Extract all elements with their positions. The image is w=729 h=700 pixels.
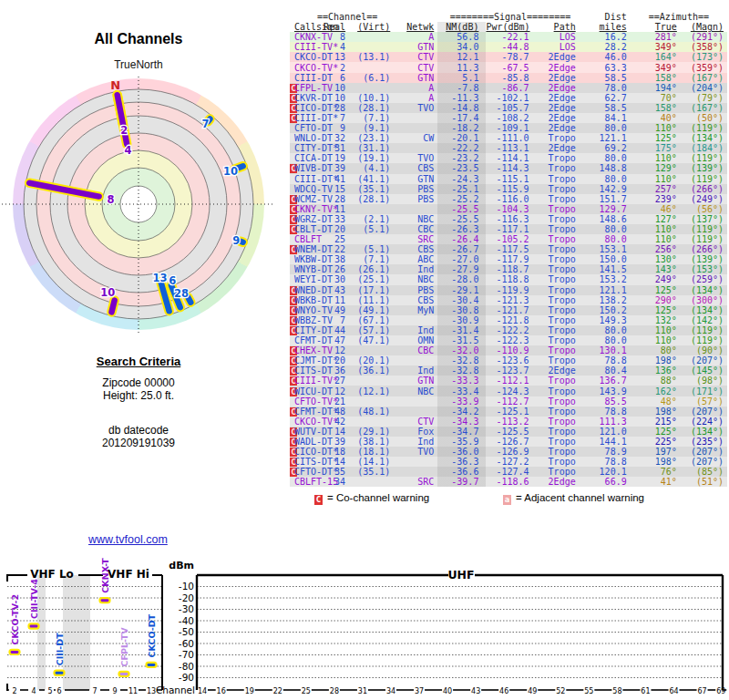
tvfool-link[interactable]: www.tvfool.com	[88, 533, 168, 546]
cell-virtual-channel: (67.1)	[347, 315, 395, 325]
spectrum-marker-label: CIII-DT	[55, 633, 65, 665]
cell-pwr-dbm: -114.1	[486, 153, 534, 163]
cell-magnetic-azimuth: (119°)	[679, 153, 727, 163]
axis-label: 34	[386, 687, 395, 695]
column-header-cell: NM(dB)	[437, 22, 486, 32]
table-row: CKCO-DT13(13.1)CTV12.1-78.72Edge46.0164°…	[290, 52, 727, 62]
cell-magnetic-azimuth: (171°)	[679, 386, 727, 396]
cell-nm-db: -25.2	[437, 194, 486, 204]
cell-callsign: WBKB-DT	[294, 295, 299, 305]
table-row: CWGRZ-DT33(2.1)NBC-25.5-116.3Tropo148.61…	[290, 214, 727, 224]
cell-virtual-channel: (2.1)	[347, 214, 395, 224]
cell-pwr-dbm: -114.3	[486, 163, 534, 173]
cell-dist-miles: 121.1	[583, 285, 631, 295]
radar-channel-label: 6	[169, 274, 176, 287]
cell-pwr-dbm: -110.9	[486, 345, 534, 355]
cell-callsign: WEYI-DT	[294, 274, 299, 284]
cell-callsign: WIVB-DT	[294, 163, 299, 173]
cell-pwr-dbm: -126.7	[486, 437, 534, 447]
cell-magnetic-azimuth: (51°)	[679, 477, 727, 487]
cell-nm-db: -17.4	[437, 113, 486, 123]
axis-label: UHF	[447, 568, 474, 582]
table-row: CWIVB-DT39(4.1)CBS-23.5-114.3Tropo148.81…	[290, 163, 727, 173]
axis-label: 22	[273, 687, 282, 695]
cell-dist-miles: 78.8	[583, 407, 631, 417]
cell-network: NBC	[395, 214, 437, 224]
cell-virtual-channel: (11.1)	[347, 295, 395, 305]
cell-nm-db: -34.7	[437, 427, 486, 437]
cell-path: Tropo	[535, 214, 583, 224]
signal-table-header: ==Channel==========Signal========Dist==A…	[290, 12, 727, 32]
cell-network: CW	[395, 133, 437, 143]
cell-callsign: CIII-DT	[294, 73, 299, 83]
header-group-channel: ==Channel==	[299, 12, 395, 22]
cell-nm-db: -36.3	[437, 457, 486, 467]
cell-callsign: CBLT-DT	[294, 224, 299, 234]
cell-path: Tropo	[535, 447, 583, 457]
cell-network: CTV	[395, 52, 437, 62]
cell-magnetic-azimuth: (119°)	[679, 234, 727, 244]
cell-dist-miles: 130.1	[583, 345, 631, 355]
table-row: CFTO-TV*21-33.9-112.7Tropo85.548°(57°)	[290, 396, 727, 407]
cell-pwr-dbm: -108.2	[486, 113, 534, 123]
cell-path: Tropo	[535, 153, 583, 163]
cell-dist-miles: 143.9	[583, 386, 631, 396]
spectrum-marker-label: CKCO-TV-2	[10, 594, 20, 644]
axis-label: 55	[584, 687, 593, 695]
cell-pwr-dbm: -123.6	[486, 355, 534, 365]
spectrum-marker	[147, 663, 157, 667]
cell-nm-db: -30.9	[437, 315, 486, 325]
cell-magnetic-azimuth: (173°)	[679, 52, 727, 62]
table-row: CCIII-DT*7(7.1)-17.4-108.22Edge84.140°(5…	[290, 113, 727, 123]
table-row: CIII-TV*4GTN34.0-44.8LOS28.2349°(358°)	[290, 42, 727, 52]
co-channel-text: = Co-channel warning	[327, 492, 429, 503]
cell-true-azimuth: 125°	[631, 133, 679, 143]
cell-virtual-channel: (26.1)	[347, 264, 395, 274]
cell-virtual-channel: (20.1)	[347, 355, 395, 365]
cell-virtual-channel: (6.1)	[347, 73, 395, 83]
cell-dist-miles: 149.3	[583, 315, 631, 325]
cell-nm-db: -35.9	[437, 437, 486, 447]
cell-dist-miles: 66.9	[583, 477, 631, 487]
cell-callsign: WKBW-DT	[294, 254, 299, 264]
cell-true-azimuth: 257°	[631, 184, 679, 194]
cell-true-azimuth: 256°	[631, 244, 679, 254]
header-group-dist: Dist	[583, 12, 631, 22]
cell-true-azimuth: 46°	[631, 204, 679, 214]
cell-path: Tropo	[535, 355, 583, 365]
spectrum-marker	[100, 598, 110, 602]
cell-path: 2Edge	[535, 103, 583, 113]
cell-magnetic-azimuth: (119°)	[679, 335, 727, 345]
cell-nm-db: -26.7	[437, 244, 486, 254]
column-header-pwr-dbm-: Pwr(dBm)	[486, 22, 529, 32]
spectrum-marker-label: CIII-TV-4	[29, 579, 39, 619]
signal-table-wrap: ==Channel==========Signal========Dist==A…	[290, 12, 729, 487]
cell-nm-db: 34.0	[437, 42, 486, 52]
cell-network: A	[395, 93, 437, 103]
cell-callsign: CIII-TV*	[294, 376, 299, 386]
cell-callsign: CBLFT	[294, 234, 299, 244]
cell-nm-db: 12.1	[437, 52, 486, 62]
cell-path: 2Edge	[535, 477, 583, 487]
cell-callsign: CIII-TV*	[294, 42, 299, 52]
cell-pwr-dbm: -119.9	[486, 285, 534, 295]
cell-path: 2Edge	[535, 123, 583, 133]
cell-dist-miles: 136.7	[583, 376, 631, 386]
cell-pwr-dbm: -85.8	[486, 73, 534, 83]
cell-magnetic-azimuth: (79°)	[679, 93, 727, 103]
cell-dist-miles: 129.7	[583, 204, 631, 214]
cell-pwr-dbm: -118.8	[486, 274, 534, 284]
cell-callsign: WICU-DT	[294, 386, 299, 396]
cell-network: NBC	[395, 386, 437, 396]
cell-network: GTN	[395, 73, 437, 83]
axis-label: dBm	[169, 560, 194, 571]
cell-pwr-dbm: -112.1	[486, 376, 534, 386]
cell-nm-db: -26.4	[437, 234, 486, 244]
cell-virtual-channel: (31.1)	[347, 143, 395, 153]
cell-virtual-channel: (35.1)	[347, 184, 395, 194]
zipcode-line: Zipcode 00000	[47, 376, 230, 389]
cell-network: CTV	[395, 62, 437, 72]
axis-label: 31	[358, 687, 367, 695]
header-group-azimuth: ==Azimuth==	[631, 12, 727, 22]
cell-virtual-channel	[347, 62, 395, 72]
